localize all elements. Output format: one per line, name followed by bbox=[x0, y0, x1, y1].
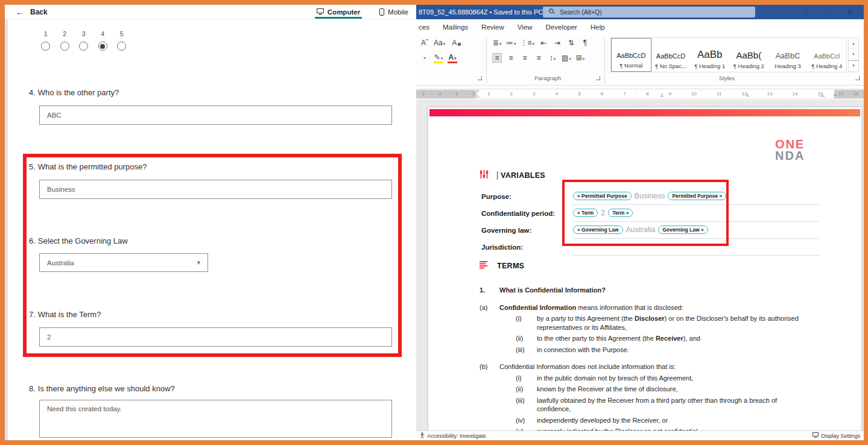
numbering-icon[interactable]: ≔▾ bbox=[506, 39, 516, 47]
style-sample: AaBb bbox=[697, 49, 723, 60]
question-7-number: 7. bbox=[29, 310, 36, 319]
font-dialog-launcher-icon[interactable] bbox=[478, 76, 482, 80]
bullets-icon[interactable]: ≣▾ bbox=[492, 39, 502, 47]
variable-label: Governing law: bbox=[481, 227, 573, 234]
list-marker: (ii) bbox=[516, 385, 537, 394]
display-settings[interactable]: Display Settings bbox=[813, 432, 860, 439]
question-8-textarea[interactable]: Need this created today. bbox=[39, 400, 392, 438]
ribbon-tab-review[interactable]: Review bbox=[475, 19, 511, 35]
variable-value[interactable]: 2 bbox=[601, 209, 605, 217]
list-text: Confidential Information means informati… bbox=[499, 303, 683, 312]
variable-value-area[interactable]: « Governing Law Australia Governing Law … bbox=[573, 222, 819, 239]
variable-value-area[interactable]: « Permitted Purpose Business Permitted P… bbox=[573, 188, 819, 205]
step-1-radio[interactable] bbox=[41, 42, 50, 51]
step-4-radio[interactable] bbox=[98, 42, 107, 51]
question-5-input[interactable]: Business bbox=[39, 180, 392, 199]
align-right-icon[interactable]: ≡ bbox=[520, 54, 530, 62]
step-5-radio[interactable] bbox=[117, 42, 126, 51]
content-control-end-tag[interactable]: Term » bbox=[608, 209, 633, 217]
document-page[interactable]: ONE NDA VARIABLES Purpose: « Permitted P… bbox=[428, 107, 861, 435]
list-marker: 1. bbox=[480, 286, 499, 295]
tab-mobile-label: Mobile bbox=[388, 8, 408, 16]
underline-more-icon[interactable]: ▾ bbox=[420, 55, 429, 61]
content-control-start-tag[interactable]: « Permitted Purpose bbox=[573, 192, 632, 200]
list-lines-icon bbox=[480, 260, 489, 271]
decrease-indent-icon[interactable]: ⇤ bbox=[539, 39, 548, 47]
question-4-text: Who is the other party? bbox=[38, 88, 119, 97]
terms-item: (iii)lawfully obtained by the Receiver f… bbox=[516, 396, 823, 414]
tab-stop-icon[interactable]: L bbox=[747, 92, 749, 98]
grow-font-icon[interactable]: Aˆ bbox=[420, 39, 429, 47]
question-7-input[interactable]: 2 bbox=[39, 327, 392, 347]
styles-scroll-down[interactable]: ▾ bbox=[849, 49, 858, 60]
step-3-label: 3 bbox=[82, 30, 86, 37]
question-4-input[interactable]: ABC bbox=[39, 106, 392, 125]
multilevel-list-icon[interactable]: ⋮≡▾ bbox=[521, 39, 535, 47]
ribbon-tab-references-partial[interactable]: ces bbox=[416, 19, 436, 35]
content-control-end-tag[interactable]: Governing Law » bbox=[658, 226, 708, 234]
text-highlight-icon[interactable]: ✎▾ bbox=[434, 53, 443, 63]
ribbon-tab-view[interactable]: View bbox=[511, 19, 539, 35]
style-sample: AaBbCcD bbox=[616, 52, 645, 59]
word-statusbar: Accessibility: Investigate Display Setti… bbox=[416, 431, 864, 440]
right-indent-marker[interactable] bbox=[819, 93, 825, 97]
search-box[interactable]: Search (Alt+Q) bbox=[543, 7, 755, 17]
style-heading-1[interactable]: AaBb ¶ Heading 1 bbox=[690, 38, 729, 72]
accessibility-status-text: Accessibility: Investigate bbox=[427, 433, 486, 439]
first-line-indent-marker[interactable] bbox=[474, 90, 480, 93]
clear-formatting-icon[interactable]: A bbox=[449, 39, 459, 47]
titlebar-icon-3[interactable]: ◉ bbox=[847, 8, 853, 16]
variable-value[interactable]: Australia bbox=[626, 226, 656, 234]
ribbon-tab-mailings[interactable]: Mailings bbox=[436, 19, 475, 35]
style-heading-2[interactable]: AaBb( ¶ Heading 2 bbox=[729, 38, 768, 72]
hanging-indent-marker[interactable] bbox=[474, 94, 480, 98]
change-case-icon[interactable]: Aa▾ bbox=[434, 39, 445, 47]
show-formatting-icon[interactable]: ¶ bbox=[580, 39, 590, 47]
group-separator bbox=[604, 37, 605, 83]
content-control-start-tag[interactable]: « Term bbox=[573, 209, 598, 217]
variable-value-area[interactable] bbox=[573, 239, 819, 256]
content-control-end-tag[interactable]: Permitted Purpose » bbox=[668, 192, 726, 200]
paragraph-dialog-launcher-icon[interactable] bbox=[596, 76, 600, 80]
styles-more-button[interactable]: ▾ bbox=[849, 60, 858, 72]
increase-indent-icon[interactable]: ⇥ bbox=[553, 39, 562, 47]
variable-value-area[interactable]: « Term 2 Term » bbox=[573, 205, 819, 222]
tab-mobile[interactable]: Mobile bbox=[378, 5, 410, 19]
tab-computer[interactable]: Computer bbox=[315, 5, 362, 19]
ribbon-tab-help[interactable]: Help bbox=[584, 19, 612, 35]
step-1-label: 1 bbox=[44, 30, 48, 37]
content-control-start-tag[interactable]: « Governing Law bbox=[573, 226, 623, 234]
titlebar-icon-1[interactable]: ◎ bbox=[802, 8, 808, 16]
shading-icon[interactable]: ▨▾ bbox=[562, 54, 571, 62]
style-heading-3[interactable]: AaBbC Heading 3 bbox=[768, 38, 808, 72]
variable-row-confidentiality: Confidentiality period: « Term 2 Term » bbox=[481, 205, 819, 222]
step-3-radio[interactable] bbox=[79, 42, 88, 51]
sort-icon[interactable]: ⇅ bbox=[566, 39, 576, 47]
styles-scroll-up[interactable]: ▴ bbox=[849, 38, 858, 49]
ribbon-tab-developer[interactable]: Developer bbox=[539, 19, 584, 35]
question-6-dropdown[interactable]: Australia ▾ bbox=[39, 253, 208, 272]
step-2-radio[interactable] bbox=[60, 42, 69, 51]
step-4-label: 4 bbox=[101, 30, 104, 37]
variable-value[interactable]: Business bbox=[635, 192, 665, 200]
borders-icon[interactable]: ⊞▾ bbox=[575, 54, 585, 62]
align-center-icon[interactable]: ≡ bbox=[506, 54, 516, 62]
titlebar-icon-2[interactable]: ○ bbox=[825, 8, 829, 16]
style-no-spacing[interactable]: AaBbCcD ¶ No Spac... bbox=[651, 38, 691, 72]
question-8-number: 8. bbox=[29, 384, 36, 393]
style-normal[interactable]: AaBbCcD ¶ Normal bbox=[611, 38, 651, 72]
line-spacing-icon[interactable]: ↕▾ bbox=[548, 54, 557, 62]
back-button[interactable]: ← Back bbox=[16, 7, 48, 17]
font-color-icon[interactable]: A▾ bbox=[448, 53, 457, 63]
tab-stop-icon[interactable]: ⌐ bbox=[834, 92, 837, 98]
display-settings-text: Display Settings bbox=[821, 433, 860, 439]
style-heading-4[interactable]: AaBbCcl ¶ Heading 4 bbox=[807, 38, 846, 72]
justify-icon[interactable]: ≡ bbox=[534, 54, 543, 62]
accessibility-status[interactable]: Accessibility: Investigate bbox=[420, 432, 486, 440]
variable-label: Jurisdiction: bbox=[481, 244, 573, 251]
list-text: to the other party to this Agreement (th… bbox=[537, 334, 700, 343]
tab-stop-icon[interactable]: ⊥ bbox=[660, 92, 664, 98]
align-left-icon[interactable]: ≡ bbox=[492, 53, 502, 63]
styles-dialog-launcher-icon[interactable] bbox=[855, 76, 860, 80]
document-title[interactable]: 8T09_52_45.8880864Z • Saved to this PC ▾ bbox=[419, 8, 550, 16]
